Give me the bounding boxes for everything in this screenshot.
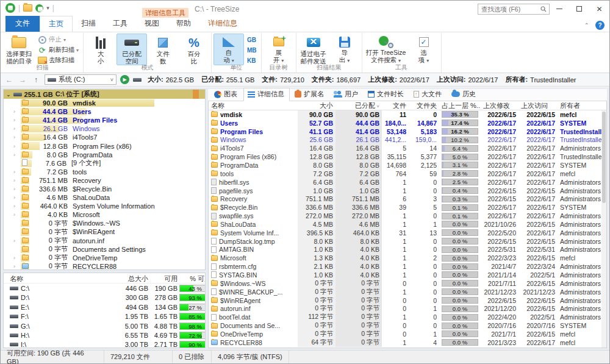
tree-item-$Windows.~WS[interactable]: 0 字节$Windows.~WS <box>4 219 205 227</box>
help-icon[interactable]: ? <box>595 21 605 30</box>
drive-row-E:\[interactable]: E:\494 GB134 GB27 % <box>4 302 205 312</box>
tree-item-Recovery[interactable]: ›751.1 MBRecovery <box>4 176 205 185</box>
details-row-Recovery[interactable]: Recovery751.1 MB751.1 MB630.3 %2022/6/15… <box>209 194 601 203</box>
chevron-right-icon[interactable]: › <box>13 134 20 140</box>
column-header-上次访问[interactable]: 上次访问 <box>518 101 558 110</box>
column-header-已分配[interactable]: 已分配 ˅ <box>336 101 382 110</box>
details-row-swapfile.sys[interactable]: swapfile.sys272.0 MB272.0 MB100.1 %2022/… <box>209 212 601 220</box>
chevron-right-icon[interactable]: › <box>13 109 20 115</box>
treesize-icon[interactable] <box>35 4 43 12</box>
view-tab-详细信息[interactable]: 详细信息 <box>243 88 290 101</box>
open-folder-icon[interactable] <box>23 4 32 12</box>
tree-item-tools[interactable]: ›7.2 GBtools <box>4 168 205 176</box>
tree-item-Program Files[interactable]: ›41.4 GBProgram Files <box>4 116 205 124</box>
start-scan-button[interactable]: ▶ <box>120 75 129 84</box>
tree-item-System Volume Information[interactable]: ›464.0 KBSystem Volume Information <box>4 202 205 210</box>
ribbon-button-展开[interactable]: 展开 ▾ <box>264 34 294 65</box>
details-row-System Volume Inf...[interactable]: System Volume Inf...396.5 KB464.0 KB3113… <box>209 229 601 237</box>
tab-帮助[interactable]: 帮助 <box>168 16 199 32</box>
details-row-SYSTAG.BIN[interactable]: SYSTAG.BIN1.0 KB4.0 KB100.0 %2021/1/1420… <box>209 271 601 279</box>
details-row-rsbmterm.cfg[interactable]: rsbmterm.cfg2.1 KB4.0 KB100.0 %2021/4/72… <box>209 262 601 271</box>
chevron-right-icon[interactable]: › <box>13 177 20 184</box>
tree-root-row[interactable]: ⌄255.1 GBC:\ 位于 [系统] <box>4 90 205 99</box>
drive-row-C:\[interactable]: C:\446 GB190 GB43 % <box>4 284 205 293</box>
details-row-$Windows.~WS[interactable]: $Windows.~WS0 字节0 字节000.0 %2021/7/112022… <box>209 279 601 288</box>
drive-row-I:\[interactable]: I:\3.00 TB2.71 TB90 % <box>4 340 205 348</box>
column-header-文件夹[interactable]: 文件夹 <box>409 101 439 110</box>
ribbon-button-文件数[interactable]: 文件数 <box>148 34 178 65</box>
chevron-right-icon[interactable]: › <box>13 126 20 132</box>
drive-row-F:\[interactable]: F:\1.95 TB1.65 TB85 % <box>4 312 205 321</box>
tree-item-[9 个文件][interactable]: 7.6 GB[9 个文件] <box>4 159 205 168</box>
view-tab-用户[interactable]: 用户 <box>330 88 363 101</box>
drive-col-header[interactable]: 总大小 <box>110 274 148 284</box>
column-header-占上一层 %..[interactable]: 占上一层 %.. <box>439 101 481 110</box>
tree-item-$Recycle.Bin[interactable]: ›336.6 MB$Recycle.Bin <box>4 185 205 193</box>
column-header-上次修改[interactable]: 上次修改 <box>481 101 518 110</box>
ribbon-button-导出[interactable]: 导出 ▾ <box>329 34 360 65</box>
drive-col-header[interactable]: % 可用 <box>178 274 206 284</box>
view-tab-扩展名[interactable]: 扩展名 <box>291 88 329 101</box>
close-button[interactable]: ✕ <box>589 1 609 17</box>
tree-item-ShaLouData[interactable]: ›4.6 MBShaLouData <box>4 193 205 202</box>
details-row-pagefile.sys[interactable]: pagefile.sys1.0 GB1.0 GB100.4 %2022/6/15… <box>209 187 601 195</box>
chevron-right-icon[interactable]: › <box>13 203 20 209</box>
tab-主页[interactable]: 主页 <box>40 16 73 32</box>
chevron-right-icon[interactable]: › <box>13 263 20 269</box>
details-row-$WinREAgent[interactable]: $WinREAgent0 字节0 字节000.0 %2022/6/152022/… <box>209 296 601 305</box>
details-row-$Recycle.Bin[interactable]: $Recycle.Bin336.6 MB336.6 MB3950.1 %2022… <box>209 203 601 212</box>
ribbon-button-打开 TreeSize文件搜索[interactable]: 打开 TreeSize文件搜索 ▾ <box>364 34 408 65</box>
view-tab-历史[interactable]: 历史 <box>448 88 481 101</box>
details-row-AMTAG.BIN[interactable]: AMTAG.BIN1.0 KB4.0 KB100.0 %2022/5/31202… <box>209 246 601 254</box>
collapse-ribbon-icon[interactable]: ⌃ <box>584 22 589 29</box>
ribbon-button-已分配空间[interactable]: 已分配空间 <box>117 34 147 65</box>
tree-item-Microsoft[interactable]: ›4.0 KBMicrosoft <box>4 210 205 219</box>
minimize-button[interactable] <box>549 1 569 17</box>
maximize-button[interactable] <box>569 1 589 17</box>
drive-col-header[interactable]: 可用 <box>148 274 178 284</box>
drive-row-H:\[interactable]: H:\6.55 TB4.69 TB72 % <box>4 330 205 340</box>
ribbon-button-MB[interactable]: MB <box>245 45 259 55</box>
tree-item-Documents and Settings[interactable]: 0 字节Documents and Settings <box>4 245 205 254</box>
column-header-大小[interactable]: 大小 <box>298 101 336 110</box>
chevron-right-icon[interactable]: › <box>13 255 20 261</box>
view-tab-大文件[interactable]: 大文件 <box>410 88 447 101</box>
ribbon-button-通过电子邮件发送[interactable]: 通过电子邮件发送 <box>298 34 329 65</box>
tree-item-OneDriveTemp[interactable]: ›0 字节OneDriveTemp <box>4 254 205 262</box>
chevron-right-icon[interactable]: › <box>13 238 20 244</box>
up-button[interactable]: ↑ <box>31 76 41 84</box>
details-row-DumpStack.log.tmp[interactable]: DumpStack.log.tmp8.0 KB8.0 KB100.0 %2022… <box>209 237 601 246</box>
tree-item-i4Tools7[interactable]: ›16.4 GBi4Tools7 <box>4 133 205 141</box>
ribbon-button-GB[interactable]: GB <box>245 35 259 45</box>
scrollbar-thumb[interactable] <box>602 112 606 203</box>
details-row-Users[interactable]: Users52.7 GB44.4 GB184,0...14,86717.4 %2… <box>209 119 601 127</box>
chevron-right-icon[interactable]: › <box>13 186 20 192</box>
qat-caret-down-icon[interactable]: ▾ <box>46 5 49 11</box>
details-row-Program Files[interactable]: Program Files41.1 GB41.4 GB53,1485,18316… <box>209 127 601 136</box>
tab-工具[interactable]: 工具 <box>104 16 136 32</box>
column-header-所有者[interactable]: 所有者 <box>558 101 601 110</box>
chevron-right-icon[interactable]: › <box>13 194 20 201</box>
details-row-hiberfil.sys[interactable]: hiberfil.sys6.4 GB6.4 GB102.5 %2022/6/17… <box>209 178 601 187</box>
chevron-right-icon[interactable]: › <box>13 117 20 123</box>
drive-col-header[interactable]: 名称 <box>10 274 110 284</box>
tab-文件[interactable]: 文件 <box>5 16 40 32</box>
forward-button[interactable]: → <box>18 76 27 84</box>
tree-item-Program Files (x86)[interactable]: ›12.8 GBProgram Files (x86) <box>4 141 205 150</box>
details-row-RECYCLER88[interactable]: RECYCLER8864 字节0 字节140.0 %2021/3/232022/… <box>209 338 601 347</box>
details-row-Microsoft[interactable]: Microsoft1.3 KB4.0 KB120.0 %2022/3/23202… <box>209 254 601 262</box>
drive-row-D:\[interactable]: D:\300 GB278 GB93 % <box>4 293 205 302</box>
view-tab-图表[interactable]: 图表 <box>210 88 242 101</box>
tree-item-vmdisk[interactable]: 90.0 GBvmdisk <box>4 99 205 107</box>
chevron-right-icon[interactable]: › <box>13 169 20 175</box>
details-row-i4Tools7[interactable]: i4Tools716.4 GB16.4 GB5146.4 %2022/6/172… <box>209 144 601 152</box>
search-input[interactable] <box>478 4 550 15</box>
ribbon-button-自动[interactable]: 自动 ▾ <box>214 34 244 65</box>
tab-扫描[interactable]: 扫描 <box>73 16 104 32</box>
chevron-right-icon[interactable]: › <box>13 212 20 218</box>
back-button[interactable]: ← <box>4 76 14 84</box>
tree-item-Users[interactable]: ›44.4 GBUsers <box>4 107 205 116</box>
details-row-$WINRE_BACKUP_...[interactable]: $WINRE_BACKUP_...0 字节0 字节100.0 %2021/12/… <box>209 288 601 296</box>
drive-row-G:\[interactable]: G:\5.00 TB4.88 TB98 % <box>4 321 205 330</box>
chevron-right-icon[interactable]: › <box>13 152 20 158</box>
